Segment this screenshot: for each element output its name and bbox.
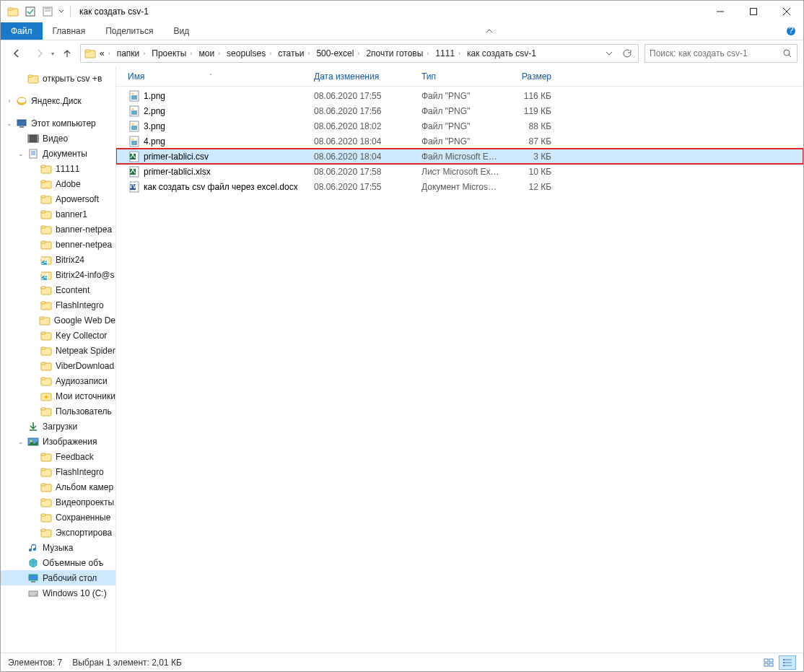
svg-point-84 (132, 138, 134, 140)
col-name[interactable]: Имя˄ (128, 71, 314, 82)
search-input[interactable] (650, 48, 782, 58)
tree-node[interactable]: FlashIntegro (1, 464, 115, 479)
forward-button[interactable] (30, 43, 50, 64)
col-date[interactable]: Дата изменения (314, 71, 421, 82)
tree-node[interactable]: ViberDownload (1, 358, 115, 373)
tree-node[interactable]: Key Collector (1, 328, 115, 343)
tree-node[interactable]: Netpeak Spider (1, 343, 115, 358)
tree-node[interactable]: banner-netpea (1, 222, 115, 237)
tree-node[interactable]: Видеопроекты (1, 494, 115, 510)
file-row[interactable]: Wкак создать csv файл через excel.docx08… (116, 179, 803, 194)
tree-node[interactable]: Google Web De (1, 313, 115, 328)
folder-icon (40, 375, 53, 387)
col-size[interactable]: Размер (505, 71, 557, 82)
tree-node[interactable]: Apowersoft (1, 191, 115, 206)
tree-node[interactable]: 24Bitrix24 (1, 252, 115, 267)
expand-icon[interactable]: ⌄ (17, 150, 25, 157)
tree-node[interactable]: Видео (1, 131, 115, 146)
search-icon[interactable] (782, 48, 792, 58)
chevron-right-icon[interactable]: › (214, 50, 224, 57)
tree-node[interactable]: Пользователь (1, 403, 115, 419)
tree-node[interactable]: Econtent (1, 282, 115, 297)
breadcrumb-item[interactable]: 1111› (434, 45, 466, 62)
breadcrumb-item[interactable]: 500-excel› (315, 45, 364, 62)
chevron-right-icon[interactable]: › (455, 50, 464, 57)
tree-node[interactable]: Мои источники (1, 388, 115, 403)
help-icon[interactable]: ? (779, 22, 803, 40)
tree-node[interactable]: Рабочий стол (1, 570, 115, 585)
tab-home[interactable]: Главная (43, 22, 96, 40)
refresh-button[interactable] (618, 45, 635, 62)
file-row[interactable]: 1.png08.06.2020 17:55Файл "PNG"116 КБ (116, 88, 803, 103)
minimize-button[interactable] (704, 1, 737, 22)
address-dropdown-icon[interactable] (600, 45, 618, 62)
expand-icon[interactable]: ⌄ (5, 120, 14, 127)
expand-icon[interactable]: ⌄ (17, 438, 25, 445)
up-button[interactable] (57, 43, 77, 64)
tree-node[interactable]: Windows 10 (C:) (1, 585, 115, 601)
chevron-right-icon[interactable]: › (304, 50, 313, 57)
tree-node[interactable]: ⌄Документы (1, 146, 115, 161)
close-button[interactable] (770, 1, 803, 22)
tree-node[interactable]: banner1 (1, 206, 115, 222)
tab-file[interactable]: Файл (1, 22, 43, 40)
file-list[interactable]: 1.png08.06.2020 17:55Файл "PNG"116 КБ2.p… (116, 87, 803, 653)
tree-label: Рабочий стол (43, 573, 97, 583)
tree-node[interactable]: ›Яндекс.Диск (1, 93, 115, 108)
tree-node[interactable]: 11111 (1, 161, 115, 176)
tree-node[interactable]: FlashIntegro (1, 297, 115, 313)
maximize-button[interactable] (737, 1, 770, 22)
tree-node[interactable]: benner-netpea (1, 237, 115, 252)
address-bar[interactable]: «› папки› Проекты› мои› seopulses› стать… (80, 44, 639, 63)
back-button[interactable] (6, 43, 27, 64)
tree-node[interactable]: Сохраненные (1, 510, 115, 525)
qat-dropdown-icon[interactable] (40, 4, 56, 19)
view-thumbnails-button[interactable] (760, 655, 777, 670)
expand-icon[interactable]: › (5, 97, 14, 105)
chevron-right-icon[interactable]: › (266, 50, 275, 57)
chevron-right-icon[interactable]: › (354, 50, 363, 57)
tree-node[interactable]: Альбом камер (1, 479, 115, 494)
tab-share[interactable]: Поделиться (95, 22, 163, 40)
col-type[interactable]: Тип (421, 71, 505, 82)
folder-icon (40, 527, 53, 538)
breadcrumb-item[interactable]: 2почти готовы› (364, 45, 434, 62)
recent-locations-icon[interactable]: ▾ (51, 51, 54, 57)
chevron-right-icon[interactable]: › (423, 50, 432, 57)
chevron-right-icon[interactable]: › (186, 50, 196, 57)
tab-view[interactable]: Вид (163, 22, 199, 40)
tree-node[interactable]: Adobe (1, 176, 115, 191)
qat-chevron-icon[interactable] (57, 4, 66, 19)
file-row[interactable]: 3.png08.06.2020 18:02Файл "PNG"88 КБ (116, 118, 803, 134)
breadcrumb-item[interactable]: как создать csv-1 (466, 45, 538, 62)
breadcrumb-item[interactable]: seopulses› (225, 45, 276, 62)
breadcrumb-item[interactable]: мои› (197, 45, 225, 62)
file-row[interactable]: Xprimer-tablici.xlsx08.06.2020 17:58Лист… (116, 164, 803, 179)
breadcrumb-item[interactable]: статьи› (276, 45, 315, 62)
file-row[interactable]: Xprimer-tablici.csv08.06.2020 18:04Файл … (116, 149, 803, 164)
tree-node[interactable]: Музыка (1, 540, 115, 555)
file-row[interactable]: 2.png08.06.2020 17:56Файл "PNG"119 КБ (116, 103, 803, 118)
tree-node[interactable]: Feedback (1, 449, 115, 464)
nav-tree[interactable]: открыть csv +в›Яндекс.Диск⌄Этот компьюте… (1, 66, 116, 653)
chevron-right-icon[interactable]: › (139, 50, 149, 57)
tree-node[interactable]: Загрузки (1, 419, 115, 434)
tree-node[interactable]: открыть csv +в (1, 71, 115, 86)
search-box[interactable] (644, 44, 798, 63)
tree-node[interactable]: 24Bitrix24-info@s (1, 267, 115, 282)
tree-node[interactable]: Объемные объ (1, 555, 115, 570)
folder-icon (40, 193, 53, 205)
folder-icon (40, 224, 53, 235)
ribbon-chevron-icon[interactable] (478, 22, 501, 40)
breadcrumb-item[interactable]: папки› (115, 45, 151, 62)
tree-node[interactable]: ⌄Этот компьютер (1, 115, 115, 131)
view-details-button[interactable] (779, 655, 796, 670)
svg-rect-66 (41, 514, 45, 516)
tree-node[interactable]: Аудиозаписи (1, 373, 115, 388)
tree-node[interactable]: ⌄Изображения (1, 434, 115, 449)
breadcrumb-item[interactable]: Проекты› (150, 45, 197, 62)
properties-icon[interactable] (22, 4, 38, 19)
tree-node[interactable]: Экспортирова (1, 525, 115, 540)
file-row[interactable]: 4.png08.06.2020 18:04Файл "PNG"87 КБ (116, 134, 803, 149)
file-size: 12 КБ (505, 182, 557, 192)
